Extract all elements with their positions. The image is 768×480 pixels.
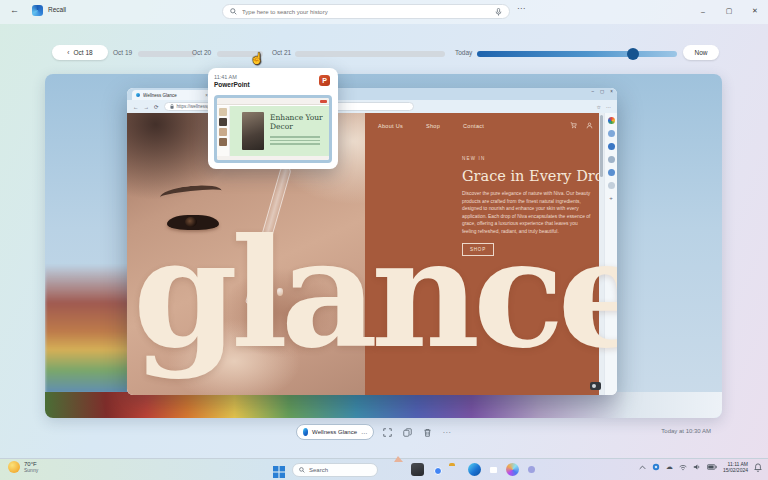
edge-icon[interactable] [468,463,481,476]
weather-widget[interactable]: 70°F Sunny [8,461,38,473]
timeline-day-label: Oct 19 [113,49,132,56]
timeline-today-label: Today [455,49,472,56]
hero-copy: NEW IN Grace in Every Drop Discover the … [462,156,592,256]
microphone-icon[interactable] [495,8,502,16]
mouse-cursor: ☝ [250,52,264,65]
fullscreen-button[interactable] [381,426,394,439]
recall-app-window: ← Recall ⋯ – ▢ ✕ ‹ Oct 18 Oct 19 Oct 20 … [0,0,768,480]
copilot-icon[interactable] [506,463,519,476]
lock-icon [170,104,174,109]
sidebar-tool-icon [608,156,615,163]
photo-shading [222,268,342,358]
titlebar: ← Recall ⋯ – ▢ ✕ [0,0,768,24]
search-icon [299,467,305,473]
site-nav: About Us Shop Contact [378,123,484,129]
volume-icon[interactable] [693,463,701,471]
timeline-now-label: Now [694,49,707,56]
minimize-button[interactable]: – [690,0,716,22]
source-app-pill[interactable]: Wellness Glance ⋯ [296,424,374,440]
site-panel: About Us Shop Contact NEW IN Grace in Ev… [365,113,599,395]
webpage-content: About Us Shop Contact NEW IN Grace in Ev… [127,113,617,395]
photo-eyebrow [160,183,223,205]
sidebar-add-icon: + [609,195,613,201]
search-icon [230,8,237,15]
source-app-label: Wellness Glance [312,429,357,435]
timeline-today-slider[interactable] [477,51,677,57]
timeline-day-label: Oct 20 [192,49,211,56]
start-button[interactable] [273,464,285,480]
active-slide: Enhance Your Decor [230,106,329,156]
tab-favicon [136,93,140,97]
tooltip-app-name: PowerPoint [214,81,332,88]
slide-photo [242,112,264,150]
favorites-star-icon: ☆ [597,104,601,110]
cart-icon [570,122,577,129]
tooltip-time: 11:41 AM [214,74,332,80]
wallpaper-rainbow [45,264,129,394]
taskbar-search[interactable]: Search [292,463,378,477]
shop-button: SHOP [462,243,494,256]
copy-button[interactable] [401,426,414,439]
taskbar-search-label: Search [309,467,328,473]
browser-tabstrip: Wellness Glance × + – ▢ × [127,88,617,100]
powerpoint-icon: P [319,75,330,86]
more-actions-button[interactable]: ⋯ [440,426,453,439]
window-controls: – ▢ ✕ [690,0,768,22]
browser-refresh-icon: ⟳ [154,104,159,110]
timeline-day-label: Oct 21 [272,49,291,56]
wallpaper-rainbow [45,392,722,418]
taskbar: 70°F Sunny Search ☁ 11:11 AM 15 [0,458,768,480]
battery-icon[interactable] [707,464,717,470]
tray-app-icon[interactable] [652,463,660,471]
pill-more-icon[interactable]: ⋯ [361,429,367,436]
app-title: Recall [48,6,66,13]
search-input[interactable] [242,9,495,15]
site-header-icons [570,122,593,129]
slide-thumbnails-rail [217,106,230,156]
history-search[interactable] [222,4,510,19]
timeline-slider-handle[interactable] [627,48,639,60]
sun-icon [8,461,20,473]
close-button[interactable]: ✕ [742,0,768,22]
sidebar-tool-icon [608,143,615,150]
nav-shop: Shop [426,123,440,129]
back-button[interactable]: ← [10,5,19,15]
timeline-segment[interactable] [138,51,182,57]
photo-eye [167,215,219,230]
hero-headline: Grace in Every Drop [462,168,592,184]
timeline-segment[interactable] [295,51,445,57]
wifi-icon[interactable] [679,464,687,471]
browser-close-icon: × [610,89,613,94]
account-icon [586,122,593,129]
snapshot-tooltip-card[interactable]: 11:41 AM PowerPoint P Enhance Yo [208,68,338,169]
snapshot-timestamp: Today at 10:30 AM [661,428,711,434]
dev-app-icon[interactable] [411,463,424,476]
browser-minimize-icon: – [592,89,595,94]
browser-corner-badge [590,382,601,390]
onedrive-cloud-icon[interactable]: ☁ [666,463,673,471]
photo-dropper [249,165,292,281]
powerpoint-titlebar [217,98,329,105]
snapshot-browser-window: Wellness Glance × + – ▢ × ← → ⟳ https://… [127,88,617,395]
timeline-start-pill[interactable]: ‹ Oct 18 [52,45,108,60]
timeline-now-button[interactable]: Now [683,45,719,60]
snapshot-preview[interactable]: Wellness Glance × + – ▢ × ← → ⟳ https://… [45,74,722,418]
edge-icon [303,428,308,436]
delete-button[interactable] [421,426,434,439]
browser-toolbar: ← → ⟳ https://wellnessglance.live ☆ ⋯ [127,100,617,113]
chevron-up-icon[interactable] [639,465,646,470]
timeline-start-label: Oct 18 [74,49,93,56]
maximize-button[interactable]: ▢ [716,0,742,22]
tooltip-thumbnail: Enhance Your Decor [214,95,332,163]
bing-copilot-icon [608,117,615,124]
titlebar-more-button[interactable]: ⋯ [517,4,525,13]
browser-scrollbar [599,113,604,395]
edge-sidebar: + [604,113,617,395]
hero-body: Discover the pure elegance of nature wit… [462,190,592,236]
sidebar-tool-icon [608,169,615,176]
notification-bell-icon[interactable] [754,463,762,472]
slide-body-lines [270,136,320,147]
scrollbar-thumb [600,115,603,177]
taskbar-clock[interactable]: 11:11 AM 15/02/2024 [723,461,748,474]
sidebar-tool-icon [608,182,615,189]
